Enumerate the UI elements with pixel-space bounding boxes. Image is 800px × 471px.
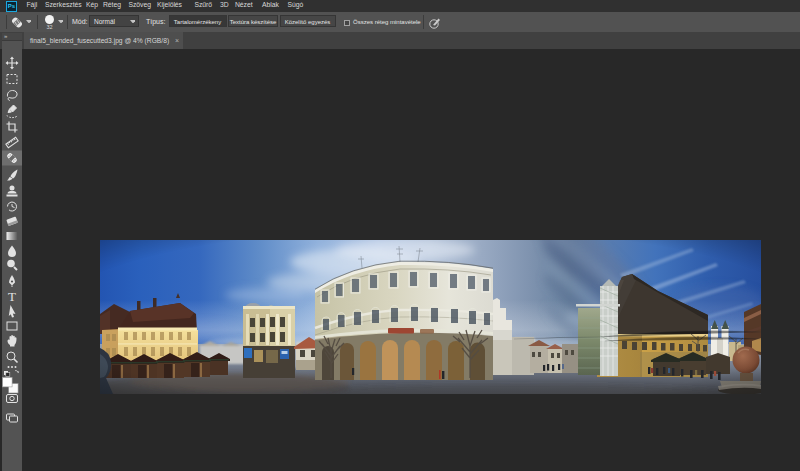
- svg-text:T: T: [8, 289, 16, 304]
